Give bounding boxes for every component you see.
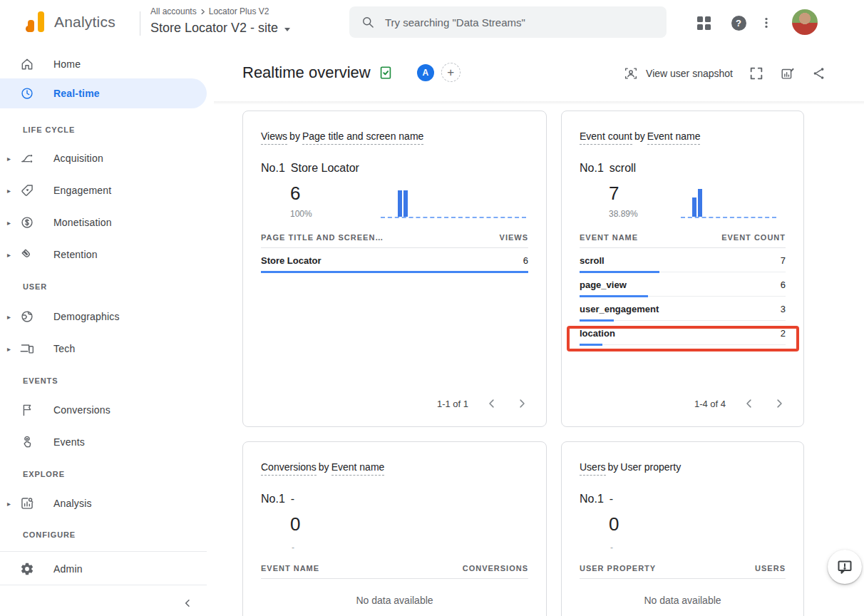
metric-sub: - [610, 543, 613, 553]
metric-link[interactable]: Users [580, 461, 606, 476]
no-data-message: No data available [580, 595, 786, 606]
table-row[interactable]: Store Locator 6 [261, 248, 528, 272]
sidebar-item-home[interactable]: Home [0, 50, 207, 78]
table-header: EVENT NAME CONVERSIONS [261, 558, 528, 579]
prev-page-icon[interactable] [743, 397, 756, 410]
breadcrumb-chevron-icon [199, 8, 207, 16]
add-comparison-button[interactable]: + [441, 63, 461, 82]
user-avatar[interactable] [792, 9, 818, 35]
metric-value: 7 [609, 183, 638, 204]
events-touch-icon [20, 435, 34, 449]
metric-value: 6 [290, 183, 312, 204]
dimension-link[interactable]: Page title and screen name [302, 130, 423, 145]
monetisation-icon [20, 215, 34, 230]
toolbar-actions: View user snapshot [623, 66, 827, 81]
search-input[interactable] [385, 16, 655, 29]
sidebar-section-lifecycle: LIFE CYCLE [23, 125, 75, 137]
sidebar-item-realtime[interactable]: Real-time [0, 78, 207, 108]
pagination: 1-1 of 1 [437, 395, 528, 412]
table-row-location[interactable]: location 2 [580, 321, 786, 345]
sidebar-item-acquisition[interactable]: ▸ Acquisition [0, 144, 207, 173]
sidebar-item-conversions[interactable]: Conversions [0, 396, 207, 424]
sidebar-section-explore: EXPLORE [23, 470, 65, 481]
sidebar-item-analysis[interactable]: ▸ Analysis [0, 489, 207, 518]
sidebar-item-retention[interactable]: ▸ Retention [0, 240, 207, 269]
data-quality-icon[interactable] [378, 65, 394, 81]
metric-percent: 100% [290, 209, 312, 219]
dimension-link[interactable]: Event name [331, 461, 385, 476]
view-user-snapshot-button[interactable]: View user snapshot [623, 66, 733, 81]
table-header: EVENT NAME EVENT COUNT [580, 227, 786, 248]
dimension-link[interactable]: Event name [647, 130, 701, 145]
metric-link[interactable]: Event count [580, 130, 632, 145]
expand-arrow-icon[interactable]: ▸ [7, 500, 11, 508]
sidebar-divider [0, 585, 207, 585]
prev-page-icon[interactable] [485, 397, 498, 410]
table-row[interactable]: page_view 6 [580, 272, 786, 297]
property-name: Store Locator V2 - site [150, 21, 278, 36]
sidebar-item-tech[interactable]: ▸ Tech [0, 334, 207, 363]
sidebar-section-events: EVENTS [23, 376, 58, 388]
main-content: Realtime overview A + View user snapshot… [214, 46, 864, 616]
property-selector[interactable]: Store Locator V2 - site [150, 21, 290, 36]
customize-report-icon[interactable] [780, 66, 796, 81]
expand-arrow-icon[interactable]: ▸ [7, 345, 11, 353]
collapse-chevron-icon [182, 597, 193, 609]
sidebar: Home Real-time LIFE CYCLE ▸ Acquisition … [0, 46, 214, 616]
help-button[interactable]: ? [730, 14, 747, 31]
sidebar-item-events[interactable]: Events [0, 428, 207, 456]
expand-arrow-icon[interactable]: ▸ [7, 313, 11, 321]
ga-app: Analytics All accounts Locator Plus V2 S… [0, 0, 864, 616]
sparkline-chart [681, 188, 776, 218]
feedback-button[interactable] [828, 550, 862, 584]
share-icon[interactable] [811, 66, 827, 81]
more-options-button[interactable] [758, 14, 775, 31]
product-name: Analytics [54, 14, 115, 31]
engagement-tag-icon [20, 183, 34, 197]
expand-arrow-icon[interactable]: ▸ [7, 219, 11, 227]
pagination: 1-4 of 4 [694, 395, 786, 412]
search-bar[interactable] [349, 6, 667, 38]
header-divider [140, 11, 140, 36]
demographics-globe-icon [20, 309, 34, 324]
card-title: UsersbyUser property [580, 461, 681, 473]
search-icon [361, 15, 375, 29]
sidebar-collapse-button[interactable] [180, 595, 195, 611]
card-users-by-property: UsersbyUser property No.1- 0 - USER PROP… [561, 441, 804, 616]
next-page-icon[interactable] [515, 397, 528, 410]
fullscreen-icon[interactable] [749, 66, 764, 81]
acquisition-icon [20, 151, 34, 165]
next-page-icon[interactable] [773, 397, 786, 410]
analytics-logo-home[interactable]: Analytics [26, 11, 115, 33]
table-row[interactable]: user_engagement 3 [580, 297, 786, 321]
help-icon: ? [731, 16, 746, 31]
row-bar [261, 271, 528, 273]
expand-arrow-icon[interactable]: ▸ [7, 187, 11, 195]
pagination-label: 1-4 of 4 [694, 399, 726, 409]
sidebar-item-demographics[interactable]: ▸ Demographics [0, 302, 207, 331]
expand-arrow-icon[interactable]: ▸ [7, 155, 11, 163]
top-item: No.1- [580, 493, 613, 505]
breadcrumb-current[interactable]: Locator Plus V2 [209, 6, 269, 16]
comparison-badge[interactable]: A [417, 64, 434, 81]
sidebar-item-monetisation[interactable]: ▸ Monetisation [0, 208, 207, 237]
conversions-flag-icon [20, 403, 34, 417]
metric-sub: - [292, 543, 294, 553]
card-event-count: Event countbyEvent name No.1scroll 7 38.… [561, 111, 804, 427]
metric-percent: 38.89% [609, 209, 638, 219]
table-header: PAGE TITLE AND SCREEN… VIEWS [261, 227, 528, 248]
user-snapshot-icon [623, 66, 639, 81]
metric-link[interactable]: Views [261, 130, 287, 145]
sidebar-item-admin[interactable]: Admin [0, 555, 207, 583]
metric-summary: 0 [290, 513, 300, 535]
apps-grid-button[interactable] [695, 14, 712, 31]
breadcrumb-root[interactable]: All accounts [150, 6, 197, 16]
app-header: Analytics All accounts Locator Plus V2 S… [0, 0, 864, 46]
metric-value: 0 [290, 513, 300, 535]
sidebar-item-engagement[interactable]: ▸ Engagement [0, 176, 207, 205]
metric-link[interactable]: Conversions [261, 461, 317, 476]
expand-arrow-icon[interactable]: ▸ [7, 251, 11, 259]
top-item: No.1scroll [580, 162, 636, 175]
report-toolbar: Realtime overview A + [242, 63, 461, 82]
table-row[interactable]: scroll 7 [580, 248, 786, 272]
